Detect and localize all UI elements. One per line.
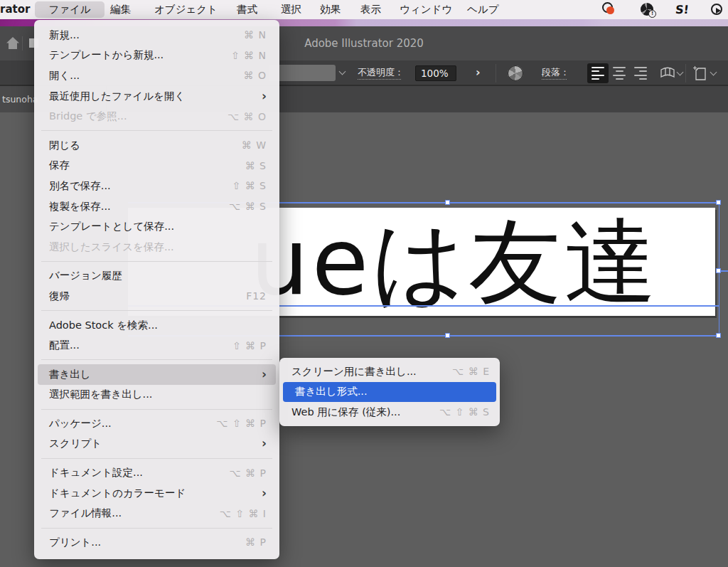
submenu-chevron-icon: › [262, 487, 267, 499]
menu-item-label: 新規... [49, 28, 80, 42]
titlebar-divider [22, 36, 23, 51]
menu-item-shortcut: ⌘ S [245, 160, 267, 171]
menu-item-export-for-screens[interactable]: スクリーン用に書き出し... ⌥ ⌘ E [279, 361, 500, 382]
menu-item-open[interactable]: 開く... ⌘ O [34, 65, 279, 86]
menu-view[interactable]: 表示 [360, 0, 381, 19]
menu-item-open-recent[interactable]: 最近使用したファイルを開く › [34, 86, 279, 107]
menu-item-label: Bridge で参照... [49, 110, 127, 123]
menu-item-scripts[interactable]: スクリプト › [34, 434, 279, 455]
menu-item-label: ドキュメント設定... [49, 466, 143, 479]
opacity-value-field[interactable]: 100% [415, 65, 456, 81]
menu-item-label: ファイル情報... [49, 507, 122, 520]
ring-red-dot-icon[interactable] [602, 2, 613, 17]
menu-item-save-selected-slices: 選択したスライスを保存... [34, 237, 279, 258]
menu-item-export-selection[interactable]: 選択範囲を書き出し... [34, 385, 279, 406]
menu-item-shortcut: ⌥ ⌘ E [452, 366, 490, 377]
home-icon[interactable] [6, 36, 20, 53]
menu-edit[interactable]: 編集 [110, 0, 131, 19]
menu-item-new-from-template[interactable]: テンプレートから新規... ⇧ ⌘ N [34, 46, 279, 66]
menu-item-shortcut: ⌥ ⌘ S [229, 201, 267, 212]
menu-item-save-a-copy[interactable]: 複製を保存... ⌥ ⌘ S [34, 196, 279, 217]
selection-handle-bottom-middle[interactable] [445, 333, 450, 338]
pie-info-icon[interactable]: ! [641, 3, 653, 18]
menu-item-shortcut: ⇧ ⌘ N [231, 50, 267, 61]
menu-item-label: 復帰 [49, 290, 70, 303]
menu-item-place[interactable]: 配置... ⇧ ⌘ P [34, 335, 279, 356]
recolor-artwork-icon[interactable] [508, 65, 523, 81]
menu-item-shortcut: ⌘ W [242, 139, 267, 151]
menu-item-save-as[interactable]: 別名で保存... ⇧ ⌘ S [34, 176, 279, 196]
menu-separator [41, 528, 272, 529]
menu-type[interactable]: 書式 [237, 0, 257, 19]
menu-item-export-as[interactable]: 書き出し形式... [283, 382, 496, 403]
chevron-down-icon[interactable] [677, 69, 684, 76]
menu-item-package[interactable]: パッケージ... ⌥ ⇧ ⌘ P [34, 413, 279, 434]
menu-item-print[interactable]: プリント... ⌘ P [34, 532, 279, 553]
chevron-down-icon[interactable] [339, 68, 346, 75]
menu-item-label: 別名で保存... [49, 179, 111, 193]
opacity-stepper-arrow-icon[interactable]: › [476, 65, 481, 79]
menu-item-save-as-template[interactable]: テンプレートとして保存... [34, 216, 279, 237]
align-left-button[interactable] [587, 63, 609, 83]
menu-item-label: プリント... [49, 536, 101, 549]
menu-separator [41, 130, 272, 131]
menu-item-new[interactable]: 新規... ⌘ N [34, 25, 279, 46]
app-menu-illustrator[interactable]: rator [0, 0, 30, 19]
menu-item-shortcut: ⌘ N [244, 29, 267, 41]
menu-item-shortcut: ⌘ O [244, 70, 267, 81]
menu-item-label: テンプレートとして保存... [49, 220, 174, 233]
submenu-chevron-icon: › [262, 369, 267, 381]
paragraph-label[interactable]: 段落 : [542, 67, 567, 80]
menu-item-shortcut: ⌘ P [245, 536, 267, 548]
opacity-label[interactable]: 不透明度 : [358, 67, 401, 80]
menu-item-version-history[interactable]: バージョン履歴 [34, 266, 279, 287]
selection-handle-middle-right[interactable] [716, 268, 721, 273]
menu-item-label: ドキュメントのカラーモード [49, 487, 186, 500]
selection-handle-top-middle[interactable] [445, 200, 450, 205]
export-submenu-panel: スクリーン用に書き出し... ⌥ ⌘ E 書き出し形式... Web 用に保存 … [279, 358, 500, 426]
menu-item-shortcut: ⌥ ⇧ ⌘ I [220, 508, 267, 519]
new-document-icon[interactable] [692, 65, 708, 84]
menu-separator [41, 409, 272, 410]
menu-window[interactable]: ウィンドウ [400, 0, 452, 19]
menu-select[interactable]: 選択 [281, 0, 301, 19]
menu-item-shortcut: ⌥ ⇧ ⌘ P [216, 418, 267, 429]
menu-help[interactable]: ヘルプ [467, 0, 499, 19]
menu-item-label: 書き出し形式... [295, 385, 368, 398]
menu-item-label: Adobe Stock を検索... [49, 319, 158, 332]
align-center-button[interactable] [609, 63, 630, 83]
submenu-chevron-icon: › [262, 438, 267, 450]
menu-item-file-info[interactable]: ファイル情報... ⌥ ⇧ ⌘ I [34, 503, 279, 524]
alert-icon[interactable]: S! [675, 3, 689, 18]
menu-item-document-setup[interactable]: ドキュメント設定... ⌥ ⌘ P [34, 462, 279, 483]
menu-separator [41, 458, 272, 459]
selection-handle-top-right[interactable] [716, 200, 721, 205]
menu-item-search-adobe-stock[interactable]: Adobe Stock を検索... [34, 315, 279, 336]
menu-item-label: バージョン履歴 [49, 269, 122, 282]
menu-item-revert[interactable]: 復帰 F12 [34, 286, 279, 307]
play-circle-icon[interactable] [711, 4, 722, 18]
menu-item-label: 閉じる [49, 139, 80, 152]
menu-item-label: 書き出し [49, 368, 91, 381]
envelope-warp-icon[interactable] [660, 65, 675, 83]
submenu-chevron-icon: › [262, 90, 267, 102]
menu-item-label: 選択範囲を書き出し... [49, 388, 152, 401]
menu-separator [41, 261, 272, 262]
menu-item-document-color-mode[interactable]: ドキュメントのカラーモード › [34, 483, 279, 504]
menu-item-export[interactable]: 書き出し › [38, 364, 276, 385]
menu-item-save[interactable]: 保存 ⌘ S [34, 156, 279, 176]
menu-item-shortcut: ⇧ ⌘ S [232, 180, 267, 191]
align-right-button[interactable] [630, 63, 651, 83]
menu-effect[interactable]: 効果 [320, 0, 341, 19]
file-menu-panel: 新規... ⌘ N テンプレートから新規... ⇧ ⌘ N 開く... ⌘ O … [34, 20, 279, 559]
menu-item-close[interactable]: 閉じる ⌘ W [34, 135, 279, 156]
menu-item-shortcut: ⌥ ⌘ P [230, 467, 267, 479]
menu-item-save-for-web[interactable]: Web 用に保存 (従来)... ⌥ ⇧ ⌘ S [279, 402, 500, 423]
paragraph-align-group [587, 63, 651, 83]
chevron-down-icon[interactable] [710, 69, 717, 76]
menu-item-label: 複製を保存... [49, 200, 111, 213]
menu-object[interactable]: オブジェクト [154, 0, 218, 19]
menu-file[interactable]: ファイル [35, 1, 105, 18]
selection-handle-bottom-right[interactable] [716, 333, 721, 338]
controlbar-divider [685, 64, 686, 83]
